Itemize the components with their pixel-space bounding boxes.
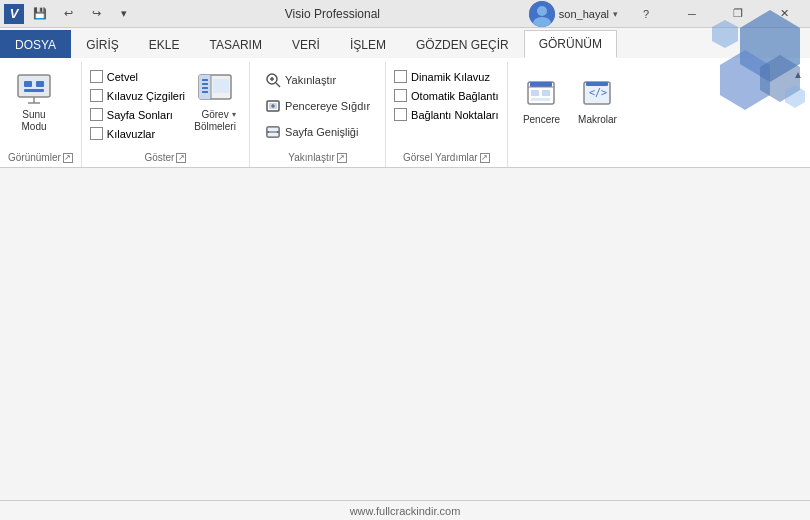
cetvel-label: Cetvel: [107, 71, 138, 83]
tab-gozden-gec-label: GÖZDEN GEÇİR: [416, 38, 509, 52]
tab-giris[interactable]: GİRİŞ: [71, 30, 134, 58]
tab-dosya[interactable]: DOSYA: [0, 30, 71, 58]
tab-ekle[interactable]: EKLE: [134, 30, 195, 58]
pencereye-sigdir-label: Pencereye Sığdır: [285, 100, 370, 112]
tab-tasarim[interactable]: TASARIM: [194, 30, 276, 58]
user-area[interactable]: son_hayal ▾: [529, 1, 618, 27]
tab-gorunum[interactable]: GÖRÜNÜM: [524, 30, 617, 58]
group-yakinlastir: Yakınlaştır Pencereye Sığdır: [250, 62, 386, 167]
pencere-icon: [524, 76, 560, 112]
yakinlastir-icon: [265, 72, 281, 88]
ribbon-tabs: DOSYA GİRİŞ EKLE TASARIM VERİ İŞLEM GÖZD…: [0, 28, 810, 58]
group-gorununler-label: Görünümler ↗: [8, 150, 73, 167]
cetvel-checkbox[interactable]: Cetvel: [90, 70, 185, 83]
svg-text:</>: </>: [588, 87, 606, 98]
minimize-button[interactable]: ─: [670, 4, 714, 24]
tab-islem[interactable]: İŞLEM: [335, 30, 401, 58]
svg-rect-39: [586, 82, 608, 86]
group-yakinlastir-label: Yakınlaştır ↗: [258, 150, 377, 167]
svg-rect-9: [24, 89, 44, 92]
kilavuz-cizgileri-label: Kılavuz Çizgileri: [107, 90, 185, 102]
dinamik-kilavuz-check-box[interactable]: [394, 70, 407, 83]
group-pencere: Pencere </> Makrolar: [508, 62, 632, 167]
makrolar-icon: </>: [580, 76, 616, 112]
title-bar-right: son_hayal ▾ ? ─ ❐ ✕: [529, 1, 806, 27]
yakinlastir-expand-icon[interactable]: ↗: [337, 153, 347, 163]
kilavuzlar-checkbox[interactable]: Kılavuzlar: [90, 127, 185, 140]
pencere-button[interactable]: Pencere: [516, 66, 568, 134]
gorununler-expand-icon[interactable]: ↗: [63, 153, 73, 163]
group-goster-content: Cetvel Kılavuz Çizgileri Sayfa Sonları K…: [90, 62, 241, 150]
svg-rect-36: [531, 98, 550, 101]
makrolar-button[interactable]: </> Makrolar: [572, 66, 624, 134]
group-goster: Cetvel Kılavuz Çizgileri Sayfa Sonları K…: [82, 62, 250, 167]
user-avatar: [529, 1, 555, 27]
sunu-modu-icon: [16, 71, 52, 107]
group-gorsel-yardimlar: Dinamik Kılavuz Otomatik Bağlantı Bağlan…: [386, 62, 507, 167]
group-goster-label: Göster ↗: [90, 150, 241, 167]
svg-rect-8: [36, 81, 44, 87]
sayfa-genisligi-button[interactable]: Sayfa Genişliği: [258, 120, 377, 144]
goster-expand-icon[interactable]: ↗: [176, 153, 186, 163]
sayfa-sonlari-check-box[interactable]: [90, 108, 103, 121]
user-name-label: son_hayal: [559, 8, 609, 20]
baglanti-noktalari-checkbox[interactable]: Bağlantı Noktaları: [394, 108, 498, 121]
otomatik-baglanti-check-box[interactable]: [394, 89, 407, 102]
kilavuzlar-check-box[interactable]: [90, 127, 103, 140]
sayfa-sonlari-checkbox[interactable]: Sayfa Sonları: [90, 108, 185, 121]
kilavuz-cizgileri-check-box[interactable]: [90, 89, 103, 102]
kilavuz-cizgileri-checkbox[interactable]: Kılavuz Çizgileri: [90, 89, 185, 102]
gorsel-yardimlar-expand-icon[interactable]: ↗: [480, 153, 490, 163]
redo-qat-button[interactable]: ↪: [84, 3, 108, 25]
restore-button[interactable]: ❐: [716, 4, 760, 24]
bottom-bar-text: www.fullcrackindir.com: [350, 505, 461, 517]
svg-line-19: [276, 83, 280, 87]
svg-rect-16: [202, 91, 208, 93]
ribbon-collapse-area: ▲: [790, 62, 810, 167]
logo-v: V: [10, 6, 19, 21]
undo-qat-button[interactable]: ↩: [56, 3, 80, 25]
gorev-bolmeleri-button[interactable]: GörevBölmeleri ▾: [189, 66, 241, 138]
otomatik-baglanti-checkbox[interactable]: Otomatik Bağlantı: [394, 89, 498, 102]
sayfa-genisligi-label: Sayfa Genişliği: [285, 126, 358, 138]
qat-dropdown-button[interactable]: ▾: [112, 3, 136, 25]
sunu-modu-button[interactable]: SunuModu: [8, 66, 60, 138]
title-bar-title: Visio Professional: [136, 7, 529, 21]
tab-giris-label: GİRİŞ: [86, 38, 119, 52]
save-qat-button[interactable]: 💾: [28, 3, 52, 25]
sayfa-sonlari-label: Sayfa Sonları: [107, 109, 173, 121]
visual-checkboxes: Dinamik Kılavuz Otomatik Bağlantı Bağlan…: [394, 66, 498, 121]
ribbon-collapse-button[interactable]: ▲: [790, 66, 806, 82]
close-button[interactable]: ✕: [762, 4, 806, 24]
otomatik-baglanti-label: Otomatik Bağlantı: [411, 90, 498, 102]
tab-islem-label: İŞLEM: [350, 38, 386, 52]
canvas-area: [0, 168, 810, 500]
gorev-bolmeleri-icon: [197, 71, 233, 107]
svg-rect-17: [213, 79, 229, 93]
tab-gozden-gec[interactable]: GÖZDEN GEÇİR: [401, 30, 524, 58]
pencereye-sigdir-button[interactable]: Pencereye Sığdır: [258, 94, 377, 118]
dinamik-kilavuz-label: Dinamik Kılavuz: [411, 71, 490, 83]
yakinlastir-button[interactable]: Yakınlaştır: [258, 68, 377, 92]
makrolar-btn-label: Makrolar: [578, 114, 617, 125]
svg-rect-13: [202, 79, 208, 81]
bottom-bar: www.fullcrackindir.com: [0, 500, 810, 520]
svg-rect-34: [531, 90, 539, 96]
svg-rect-7: [24, 81, 32, 87]
help-button[interactable]: ?: [624, 4, 668, 24]
group-yakinlastir-content: Yakınlaştır Pencereye Sığdır: [258, 62, 377, 150]
baglanti-noktalari-check-box[interactable]: [394, 108, 407, 121]
baglanti-noktalari-label: Bağlantı Noktaları: [411, 109, 498, 121]
tab-ekle-label: EKLE: [149, 38, 180, 52]
sayfa-genisligi-icon: [265, 124, 281, 140]
pencereye-sigdir-icon: [265, 98, 281, 114]
ribbon-content: SunuModu Görünümler ↗ Cetvel Kılavuz Çiz…: [0, 58, 810, 168]
tab-gorunum-label: GÖRÜNÜM: [539, 37, 602, 51]
pencere-btn-label: Pencere: [523, 114, 560, 125]
svg-rect-15: [202, 87, 208, 89]
tab-veri[interactable]: VERİ: [277, 30, 335, 58]
cetvel-check-box[interactable]: [90, 70, 103, 83]
tab-veri-label: VERİ: [292, 38, 320, 52]
user-dropdown-icon[interactable]: ▾: [613, 9, 618, 19]
dinamik-kilavuz-checkbox[interactable]: Dinamik Kılavuz: [394, 70, 498, 83]
